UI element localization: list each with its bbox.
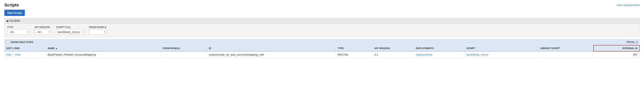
col-header-type: TYPE — [336, 45, 373, 51]
cell-id: customscript_oo_awx_accountmapping_rest — [207, 51, 336, 58]
cell-from-bundle — [161, 51, 207, 58]
filter-group-api-version: API VERSION - All - 1.0 2.0 2.1 — [34, 26, 52, 35]
filter-type-select[interactable]: - All - RESTlet Suitelet Scheduled User … — [7, 29, 30, 35]
filter-api-select[interactable]: - All - 1.0 2.0 2.1 — [34, 29, 52, 35]
col-header-from-bundle: FROM BUNDLE — [161, 45, 207, 51]
filter-type-wrapper: - All - RESTlet Suitelet Scheduled User … — [7, 29, 30, 35]
filter-group-script-file: SCRIPT FILE bankfeeds_rest.js other_scri… — [56, 26, 84, 35]
filter-group-type: TYPE - All - RESTlet Suitelet Scheduled … — [7, 26, 30, 35]
table-controls: SHOW INACTIVES TOTAL: 1 — [4, 39, 640, 45]
separator: | — [12, 53, 14, 56]
filters-body: TYPE - All - RESTlet Suitelet Scheduled … — [4, 24, 640, 37]
scripts-table: EDIT | VIEW NAME ▲ FROM BUNDLE ID TYPE A… — [4, 45, 640, 58]
col-header-library-script: LIBRARY SCRIPT — [538, 45, 594, 51]
filter-from-bundle-label: FROM BUNDLE — [89, 26, 107, 28]
view-deployments-link[interactable]: View Deployments — [616, 3, 640, 7]
edit-link[interactable]: Edit — [6, 53, 11, 56]
col-header-internal-id: INTERNAL ID — [594, 45, 640, 51]
filter-from-bundle-select[interactable]: Bundle A Bundle B — [89, 29, 107, 35]
col-header-script: SCRIPT — [465, 45, 538, 51]
cell-edit-view: Edit | View — [4, 51, 46, 58]
table-row: Edit | View BankFeeds | Restlet | Accoun… — [4, 51, 640, 58]
table-header-row: EDIT | VIEW NAME ▲ FROM BUNDLE ID TYPE A… — [4, 45, 640, 51]
col-header-deployments: DEPLOYMENTS — [414, 45, 465, 51]
filter-api-wrapper: - All - 1.0 2.0 2.1 — [34, 29, 52, 35]
script-link[interactable]: bankfeeds_rest.js — [466, 53, 488, 56]
cell-deployments: Deployments — [414, 51, 465, 58]
show-inactives-row: SHOW INACTIVES — [6, 41, 33, 44]
new-script-button[interactable]: New Script — [4, 10, 25, 16]
collapse-icon: ▣ — [6, 20, 8, 22]
col-header-api-version: API VERSION — [372, 45, 414, 51]
filter-script-file-select[interactable]: bankfeeds_rest.js other_script.js — [56, 29, 84, 35]
cell-library-script — [538, 51, 594, 58]
col-header-name[interactable]: NAME ▲ — [46, 45, 161, 51]
filter-script-file-label: SCRIPT FILE — [56, 26, 84, 28]
cell-script: bankfeeds_rest.js — [465, 51, 538, 58]
deployments-link[interactable]: Deployments — [416, 53, 432, 56]
cell-internal-id: 357 — [594, 51, 640, 58]
filters-header: ▣ FILTERS — [4, 18, 640, 24]
filter-group-from-bundle: FROM BUNDLE Bundle A Bundle B — [89, 26, 107, 35]
filter-type-label: TYPE — [7, 26, 30, 28]
filters-section: ▣ FILTERS TYPE - All - RESTlet Suitelet … — [4, 18, 640, 37]
page-container: Scripts View Deployments New Script ▣ FI… — [0, 0, 644, 61]
cell-name: BankFeeds | Restlet | AccountMapping — [46, 51, 161, 58]
filters-label: FILTERS — [10, 19, 20, 22]
show-inactives-label: SHOW INACTIVES — [10, 41, 33, 44]
page-title: Scripts — [4, 2, 19, 7]
total-count: TOTAL: 1 — [626, 41, 638, 44]
filter-api-label: API VERSION — [34, 26, 52, 28]
show-inactives-checkbox[interactable] — [6, 41, 9, 44]
col-header-id: ID — [207, 45, 336, 51]
view-link[interactable]: View — [15, 53, 21, 56]
col-header-edit-view: EDIT | VIEW — [4, 45, 46, 51]
cell-type: RESTlet — [336, 51, 373, 58]
page-header: Scripts View Deployments — [4, 2, 640, 7]
filter-script-file-wrapper: bankfeeds_rest.js other_script.js — [56, 29, 84, 35]
filter-from-bundle-wrapper: Bundle A Bundle B — [89, 29, 107, 35]
cell-api-version: 2.1 — [372, 51, 414, 58]
